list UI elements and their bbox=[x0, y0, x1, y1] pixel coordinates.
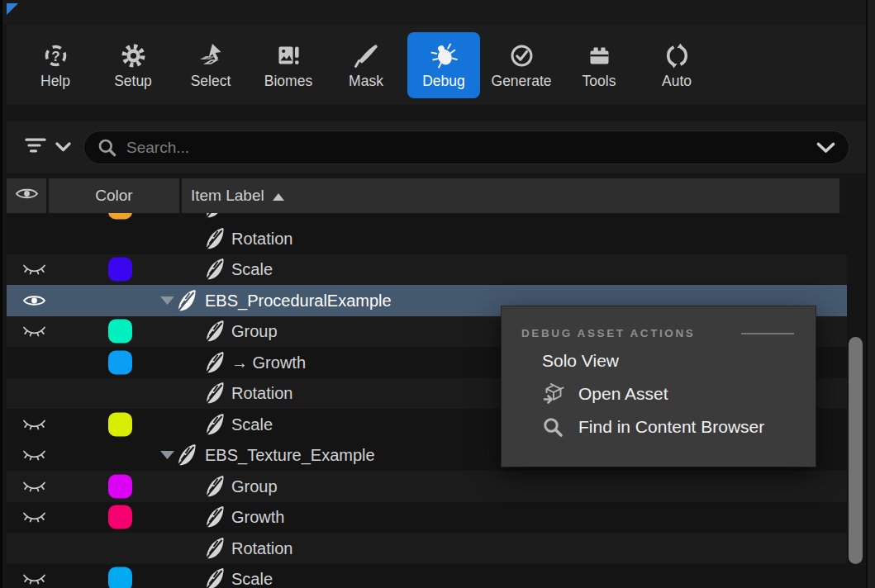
toolbar-button-label: Generate bbox=[492, 73, 552, 90]
row-label: Scale bbox=[231, 415, 273, 434]
table-row[interactable]: Growth bbox=[7, 502, 847, 533]
toolbar-button-biomes[interactable]: Biomes bbox=[250, 30, 327, 101]
color-swatch[interactable] bbox=[108, 412, 132, 436]
toolbar-button-select[interactable]: Select bbox=[172, 30, 250, 101]
eye-closed-icon[interactable] bbox=[22, 449, 46, 462]
eye-closed-icon[interactable] bbox=[22, 325, 46, 338]
row-label: EBS_Texture_Example bbox=[205, 446, 375, 465]
row-label: Scale bbox=[231, 570, 273, 588]
debug-panel-window: ?HelpSetupSelectBiomesMaskDebugGenerateT… bbox=[0, 0, 875, 588]
mask-brush-icon bbox=[354, 40, 379, 72]
toolbar-button-setup[interactable]: Setup bbox=[94, 30, 172, 101]
chevron-down-icon[interactable] bbox=[816, 142, 835, 154]
feather-icon bbox=[203, 474, 226, 498]
item-label-column-header[interactable]: Item Label bbox=[182, 178, 839, 213]
help-icon: ? bbox=[43, 40, 69, 72]
filter-dropdown[interactable] bbox=[25, 138, 71, 157]
table-header: Color Item Label bbox=[0, 178, 875, 213]
row-label: Group bbox=[231, 477, 278, 496]
toolbar-button-label: Select bbox=[191, 73, 231, 90]
feather-icon bbox=[203, 412, 226, 436]
context-menu-header: DEBUG ASSET ACTIONS bbox=[521, 327, 794, 339]
toolbar-button-label: Tools bbox=[583, 73, 616, 90]
context-menu-title: DEBUG ASSET ACTIONS bbox=[521, 327, 695, 339]
color-swatch[interactable] bbox=[108, 258, 132, 282]
toolbar-button-label: Debug bbox=[422, 73, 465, 90]
color-column-header[interactable]: Color bbox=[49, 178, 179, 213]
row-label: Rotation bbox=[231, 538, 293, 557]
auto-cycle-icon bbox=[664, 40, 690, 72]
tab-strip bbox=[0, 0, 875, 25]
table-row[interactable]: Scale bbox=[7, 564, 847, 588]
color-swatch[interactable] bbox=[108, 213, 132, 220]
eye-closed-icon[interactable] bbox=[22, 480, 46, 492]
toolbar-button-debug[interactable]: Debug bbox=[407, 32, 480, 98]
toolbar-button-generate[interactable]: Generate bbox=[483, 30, 560, 101]
menu-item-solo-view[interactable]: Solo View bbox=[502, 344, 816, 377]
search-bar[interactable] bbox=[83, 130, 849, 164]
eye-open-icon[interactable] bbox=[22, 293, 46, 307]
debug-asset-actions-menu: DEBUG ASSET ACTIONS Solo ViewOpen AssetF… bbox=[502, 306, 816, 467]
toolbar-button-label: Mask bbox=[349, 73, 383, 90]
menu-item-label: Open Asset bbox=[578, 384, 668, 404]
toolbar-button-label: Help bbox=[40, 73, 70, 90]
eye-closed-icon[interactable] bbox=[22, 511, 46, 524]
row-label: Growth bbox=[231, 508, 284, 527]
color-swatch[interactable] bbox=[108, 350, 132, 374]
toolbar-button-auto[interactable]: Auto bbox=[638, 30, 716, 101]
search-input[interactable] bbox=[126, 139, 810, 157]
row-label: Rotation bbox=[231, 384, 293, 403]
toolbar-button-tools[interactable]: Tools bbox=[560, 30, 638, 101]
feather-icon bbox=[203, 213, 226, 220]
active-tab-corner-marker bbox=[7, 3, 18, 15]
table-row[interactable]: Scale bbox=[7, 254, 847, 286]
menu-item-label: Solo View bbox=[542, 351, 619, 371]
feather-icon bbox=[203, 567, 226, 588]
table-row[interactable] bbox=[7, 213, 847, 223]
vertical-scrollbar-thumb[interactable] bbox=[849, 337, 863, 564]
toolbar-button-help[interactable]: ?Help bbox=[17, 30, 94, 101]
generate-check-icon bbox=[509, 40, 535, 72]
row-label: Rotation bbox=[231, 229, 293, 248]
eye-closed-icon[interactable] bbox=[22, 418, 46, 430]
feather-icon bbox=[203, 320, 226, 344]
table-row[interactable]: Rotation bbox=[7, 223, 847, 254]
search-panel bbox=[7, 121, 866, 173]
eye-closed-icon[interactable] bbox=[22, 573, 46, 586]
row-label: → Growth bbox=[231, 353, 306, 372]
toolbar-button-mask[interactable]: Mask bbox=[327, 30, 405, 101]
magnifier-icon bbox=[542, 416, 567, 438]
gear-icon bbox=[121, 40, 146, 72]
item-label-column-label: Item Label bbox=[191, 187, 264, 205]
toolbar-button-label: Auto bbox=[662, 73, 692, 90]
row-label: Group bbox=[231, 322, 278, 341]
color-swatch[interactable] bbox=[108, 505, 132, 529]
color-swatch[interactable] bbox=[108, 474, 132, 498]
color-column-label: Color bbox=[95, 187, 132, 205]
sort-ascending-icon bbox=[273, 193, 284, 201]
context-menu-divider bbox=[741, 333, 794, 334]
window-right-edge bbox=[866, 0, 875, 588]
menu-item-find-in-content-browser[interactable]: Find in Content Browser bbox=[502, 410, 816, 443]
chevron-down-icon[interactable] bbox=[55, 140, 71, 155]
biomes-image-icon bbox=[276, 40, 302, 72]
color-swatch[interactable] bbox=[108, 320, 132, 344]
menu-item-open-asset[interactable]: Open Asset bbox=[502, 377, 816, 410]
visibility-column-header[interactable] bbox=[7, 178, 46, 213]
svg-text:?: ? bbox=[51, 49, 59, 64]
feather-icon bbox=[203, 226, 226, 250]
feather-icon bbox=[203, 505, 226, 529]
toolbar-button-label: Biomes bbox=[264, 73, 312, 90]
eye-closed-icon[interactable] bbox=[22, 263, 46, 276]
table-row[interactable]: Group bbox=[7, 471, 847, 502]
feather-icon bbox=[203, 350, 226, 374]
feather-icon bbox=[203, 258, 226, 282]
feather-icon bbox=[175, 288, 197, 312]
feather-icon bbox=[203, 536, 226, 560]
filter-lines-icon[interactable] bbox=[25, 138, 46, 157]
expander-icon[interactable] bbox=[160, 296, 174, 305]
row-label: EBS_ProceduralExample bbox=[205, 291, 392, 310]
expander-icon[interactable] bbox=[160, 451, 174, 459]
table-row[interactable]: Rotation bbox=[7, 533, 847, 564]
color-swatch[interactable] bbox=[108, 567, 132, 588]
